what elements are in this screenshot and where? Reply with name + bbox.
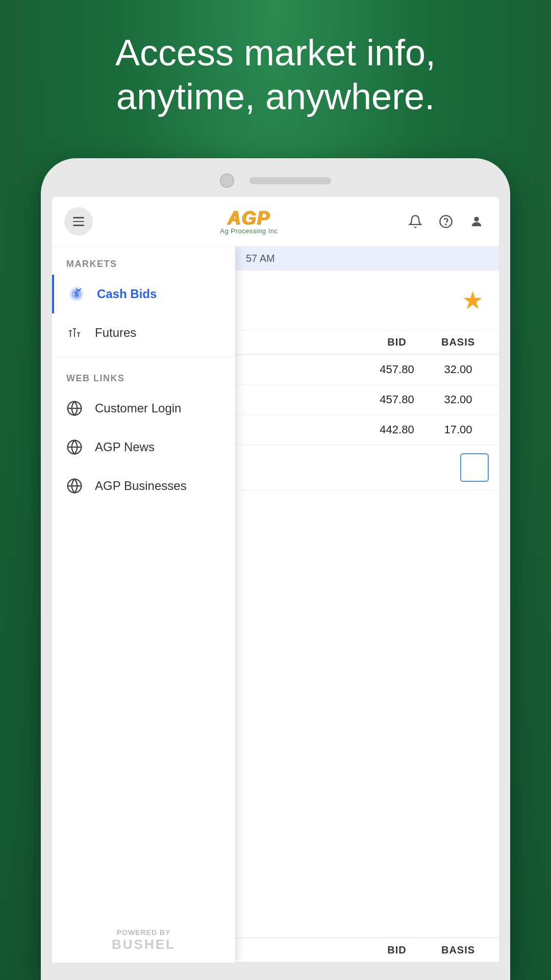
table-row: 457.80 32.00 [236,355,499,385]
time-text: 57 AM [246,253,275,264]
bid-val-1: 457.80 [366,363,428,376]
basis-header-2: BASIS [428,944,489,956]
drawer-item-agp-news[interactable]: AGP News [52,428,235,467]
bell-icon[interactable] [405,211,425,232]
blue-box-row [236,445,499,491]
agp-businesses-label: AGP Businesses [95,479,187,493]
logo-subtitle: Ag Processing Inc [220,227,278,235]
spacer [236,491,499,938]
futures-label: Futures [95,326,136,340]
agp-news-label: AGP News [95,440,155,454]
star-icon: ★ [462,286,484,314]
agp-logo: AGP Ag Processing Inc [101,209,397,235]
phone-screen: AGP Ag Processing Inc [52,197,499,963]
user-icon[interactable] [466,211,487,232]
table-row: 442.80 17.00 [236,415,499,445]
globe-icon-2 [64,437,85,457]
basis-header: BASIS [428,336,489,348]
bid-header-2: BID [366,944,428,956]
bid-val-2: 457.80 [366,393,428,406]
time-bar: 57 AM [236,247,499,271]
drawer-item-customer-login[interactable]: Customer Login [52,389,235,428]
basis-val-1: 32.00 [428,363,489,376]
basis-val-2: 32.00 [428,393,489,406]
blue-box [460,453,489,482]
cash-bids-icon: $ [66,284,87,304]
phone-top-bar [52,174,499,188]
hero-text: Access market info, anytime, anywhere. [0,31,551,119]
basis-val-3: 17.00 [428,423,489,436]
star-row: ★ [236,271,499,330]
menu-button[interactable] [64,207,93,236]
customer-login-label: Customer Login [95,401,181,415]
svg-point-2 [474,217,479,222]
globe-icon-1 [64,398,85,419]
table-header-2: BID BASIS [236,938,499,963]
drawer-item-agp-businesses[interactable]: AGP Businesses [52,467,235,505]
cash-bids-label: Cash Bids [97,287,157,301]
svg-text:$: $ [74,290,79,298]
bushel-text: BUSHEL [62,937,225,952]
phone-speaker [249,177,331,184]
futures-icon [64,323,85,343]
phone-mockup: AGP Ag Processing Inc [41,158,510,980]
drawer-divider [52,356,235,357]
markets-section-label: MARKETS [52,247,235,275]
app-header: AGP Ag Processing Inc [52,197,499,247]
main-content: 57 AM ★ BID BASIS 457.80 32.00 457.80 32… [236,247,499,963]
hamburger-icon [73,217,84,226]
drawer-item-futures[interactable]: Futures [52,313,235,352]
powered-by-section: POWERED BY BUSHEL [52,918,235,963]
bid-header: BID [366,336,428,348]
table-row: 457.80 32.00 [236,385,499,415]
powered-by-text: POWERED BY [62,928,225,937]
help-icon[interactable] [436,211,456,232]
screen-content: MARKETS $ Cash Bids [52,247,499,963]
header-icons [405,211,487,232]
globe-icon-3 [64,476,85,496]
navigation-drawer: MARKETS $ Cash Bids [52,247,236,963]
logo-text: AGP [228,209,270,227]
table-header: BID BASIS [236,330,499,355]
bid-val-3: 442.80 [366,423,428,436]
phone-camera [220,174,234,188]
drawer-item-cash-bids[interactable]: $ Cash Bids [52,275,235,313]
web-links-section-label: WEB LINKS [52,361,235,389]
